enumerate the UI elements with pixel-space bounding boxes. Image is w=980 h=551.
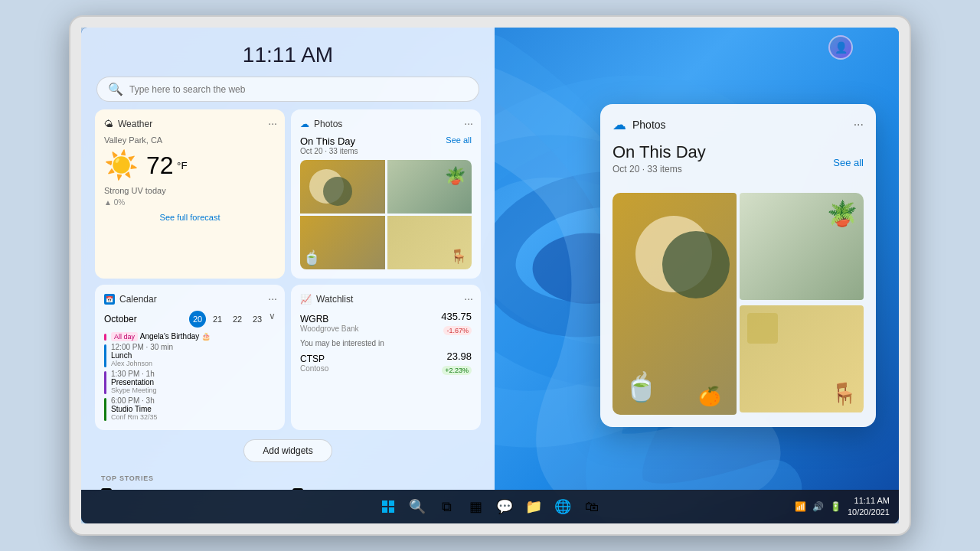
taskbar: 🔍 ⧉ ▦ 💬 📁 🌐 🛍 📶 🔊 🔋 11:11 AM 10/20/2021: [81, 490, 899, 523]
weather-forecast-link[interactable]: See full forecast: [104, 213, 276, 222]
calendar-date-today[interactable]: 20: [189, 311, 206, 328]
calendar-dates: 20 21 22 23 ∨: [189, 311, 276, 328]
popup-section-container: On This Day Oct 20 · 33 items See all: [612, 142, 864, 184]
photos-title-row: On This Day Oct 20 · 33 items See all: [300, 135, 472, 155]
event-time-presentation: 1:30 PM · 1h: [111, 370, 157, 378]
popup-see-all-link[interactable]: See all: [833, 157, 864, 168]
all-day-badge: All day: [111, 332, 138, 341]
widget-grid: 🌤 Weather ··· Valley Park, CA ☀️ 72 °F S…: [89, 109, 487, 430]
systray-volume-icon[interactable]: 🔊: [812, 501, 824, 512]
taskbar-widgets-button[interactable]: ▦: [463, 494, 488, 519]
weather-temp: 72 °F: [146, 152, 188, 180]
event-sub-presentation: Skype Meeting: [111, 386, 157, 394]
svg-rect-6: [382, 507, 387, 513]
start-menu-button[interactable]: [376, 494, 400, 519]
search-icon: 🔍: [108, 82, 123, 96]
photo-thumb-1[interactable]: [300, 160, 385, 214]
weather-temp-row: ☀️ 72 °F: [104, 149, 276, 181]
taskbar-system-tray: 📶 🔊 🔋 11:11 AM 10/20/2021: [795, 495, 890, 519]
calendar-month-row: October 20 21 22 23 ∨: [104, 311, 276, 328]
ctsp-change: +2.23%: [442, 366, 472, 375]
taskbar-task-view-button[interactable]: ⧉: [434, 494, 459, 519]
event-time-studio: 6:00 PM · 3h: [111, 396, 158, 405]
photo-thumb-3[interactable]: 🍵: [300, 216, 385, 269]
photos-section-title: On This Day: [300, 135, 358, 147]
event-bar-purple: [104, 371, 106, 394]
wgrb-ticker: WGRB: [300, 314, 359, 324]
weather-widget: 🌤 Weather ··· Valley Park, CA ☀️ 72 °F S…: [95, 109, 285, 279]
popup-photo-2[interactable]: 🪴: [740, 193, 864, 300]
calendar-menu-button[interactable]: ···: [268, 292, 277, 305]
photos-subtitle: Oct 20 · 33 items: [300, 147, 358, 155]
calendar-header: 📅 Calendar: [104, 294, 276, 305]
photos-popup-panel: ☁ Photos ··· On This Day Oct 20 · 33 ite…: [600, 104, 876, 427]
watchlist-interest-label: You may be interested in: [300, 339, 472, 347]
weather-icon: 🌤: [104, 119, 113, 129]
calendar-date-22[interactable]: 22: [229, 311, 246, 328]
photos-widget: ☁ Photos ··· On This Day Oct 20 · 33 ite…: [291, 109, 481, 279]
taskbar-center-icons: 🔍 ⧉ ▦ 💬 📁 🌐 🛍: [376, 494, 604, 519]
taskbar-teams-button[interactable]: 💬: [492, 494, 517, 519]
avatar[interactable]: 👤: [828, 35, 853, 60]
systray-wifi-icon[interactable]: 📶: [795, 501, 806, 512]
calendar-event-lunch: 12:00 PM · 30 min Lunch Alex Johnson: [104, 343, 276, 367]
popup-photo-3[interactable]: 🪑: [740, 305, 864, 412]
watchlist-widget: 📈 Watchlist ··· WGRB Woodgrove Bank 435.…: [291, 285, 481, 430]
calendar-event-studio: 6:00 PM · 3h Studio Time Conf Rm 32/35: [104, 396, 276, 421]
event-name-lunch: Lunch: [111, 351, 173, 360]
screen: 👤 11:11 AM 🔍 🌤 Weather ···: [81, 28, 899, 523]
event-bar-pink: [104, 334, 106, 341]
popup-title-row: ☁ Photos: [612, 116, 666, 133]
photos-cloud-icon: ☁: [300, 119, 309, 129]
weather-menu-button[interactable]: ···: [268, 117, 277, 129]
photo-thumb-4[interactable]: 🪑: [387, 216, 472, 269]
systray-battery-icon[interactable]: 🔋: [830, 501, 841, 512]
calendar-event-birthday: All day Angela's Birthday 🎂: [104, 332, 276, 341]
weather-sun-icon: ☀️: [104, 149, 139, 181]
taskbar-search-button[interactable]: 🔍: [405, 494, 430, 519]
calendar-date-23[interactable]: 23: [249, 311, 266, 328]
svg-rect-5: [389, 500, 394, 506]
calendar-expand-button[interactable]: ∨: [269, 311, 276, 328]
photos-menu-button[interactable]: ···: [464, 117, 473, 129]
popup-section-title: On This Day: [612, 142, 864, 162]
photo-thumb-2[interactable]: 🪴: [387, 160, 472, 214]
search-input[interactable]: [129, 84, 468, 95]
widget-panel: 11:11 AM 🔍 🌤 Weather ··· Valley Park, CA: [81, 28, 495, 490]
laptop-shell: 👤 11:11 AM 🔍 🌤 Weather ···: [69, 15, 911, 536]
popup-photos-grid: 🍵 🍊 🪴 🪑: [612, 193, 864, 415]
calendar-date-21[interactable]: 21: [209, 311, 226, 328]
svg-rect-7: [389, 507, 394, 513]
photos-see-all-link[interactable]: See all: [446, 135, 472, 145]
calendar-widget: 📅 Calendar ··· October 20 21 22 23 ∨: [95, 285, 285, 430]
popup-photo-1[interactable]: 🍵 🍊: [612, 193, 737, 415]
popup-app-title: Photos: [632, 119, 666, 131]
taskbar-file-explorer-button[interactable]: 📁: [521, 494, 546, 519]
watchlist-item-wgrb: WGRB Woodgrove Bank 435.75 -1.67%: [300, 311, 472, 336]
weather-precipitation: ▲ 0%: [104, 198, 276, 207]
calendar-events: All day Angela's Birthday 🎂 12:00 PM · 3…: [104, 332, 276, 421]
weather-header: 🌤 Weather: [104, 119, 276, 129]
popup-header: ☁ Photos ···: [612, 116, 864, 133]
watchlist-header: 📈 Watchlist: [300, 294, 472, 305]
taskbar-store-button[interactable]: 🛍: [580, 494, 604, 519]
taskbar-clock[interactable]: 11:11 AM 10/20/2021: [848, 495, 890, 519]
time-display: 11:11 AM: [89, 35, 487, 72]
add-widgets-button[interactable]: Add widgets: [243, 439, 332, 462]
ctsp-price: 23.98: [442, 350, 472, 362]
event-name-presentation: Presentation: [111, 378, 157, 386]
popup-menu-button[interactable]: ···: [854, 118, 864, 132]
news-section-label: TOP STORIES: [101, 474, 475, 482]
photos-thumbnail-grid: 🪴 🍵 🪑: [300, 160, 472, 269]
calendar-event-presentation: 1:30 PM · 1h Presentation Skype Meeting: [104, 370, 276, 394]
wgrb-price: 435.75: [441, 311, 472, 322]
ctsp-ticker: CTSP: [300, 354, 328, 364]
search-bar[interactable]: 🔍: [96, 77, 479, 102]
taskbar-edge-button[interactable]: 🌐: [550, 494, 575, 519]
news-section: TOP STORIES B Business Insider · 2 hours…: [89, 468, 487, 490]
event-sub-lunch: Alex Johnson: [111, 360, 173, 367]
watchlist-menu-button[interactable]: ···: [464, 292, 473, 305]
calendar-month: October: [104, 314, 137, 324]
watchlist-icon: 📈: [300, 294, 312, 305]
weather-location: Valley Park, CA: [104, 135, 276, 145]
